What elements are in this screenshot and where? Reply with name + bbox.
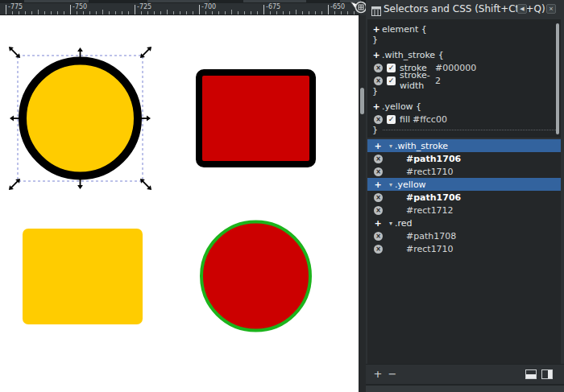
chevron-down-icon[interactable]: ▾: [387, 220, 395, 227]
yellow-circle-shape[interactable]: [23, 61, 138, 176]
scale-handle-nw[interactable]: [7, 45, 23, 60]
scale-handle-ne[interactable]: [139, 45, 154, 60]
dialog-header[interactable]: Selectors and CSS (Shift+Ctrl+Q) ◀ ×: [366, 0, 564, 18]
ruler-minor-tick: [109, 11, 110, 14]
add-to-selector-button[interactable]: +: [374, 179, 382, 190]
tree-group-yellow[interactable]: + ▾ .yellow: [367, 178, 561, 191]
drawing-canvas[interactable]: [0, 15, 359, 392]
ruler-label: -650: [330, 3, 345, 10]
ruler-label: -775: [8, 3, 23, 10]
remove-item-icon[interactable]: ×: [374, 193, 383, 202]
property-enabled-checkbox[interactable]: ✓: [387, 115, 396, 124]
ruler-minor-tick: [347, 11, 348, 14]
ruler-label: -700: [201, 3, 216, 10]
property-name[interactable]: fill: [400, 114, 413, 125]
css-property-row-stroke[interactable]: × ✓ stroke #000000: [367, 62, 561, 73]
delete-property-icon[interactable]: ×: [374, 64, 383, 72]
selector-label: .red: [395, 218, 413, 229]
ruler-minor-tick: [251, 11, 251, 14]
tree-group-red[interactable]: + ▾ .red: [367, 217, 561, 229]
delete-property-icon[interactable]: ×: [374, 115, 383, 124]
vertical-split-icon[interactable]: [541, 369, 553, 379]
remove-item-icon[interactable]: ×: [374, 167, 383, 176]
chevron-down-icon[interactable]: ▾: [387, 181, 395, 188]
css-style-editor: + element { } + .with_stroke { × ✓ strok…: [367, 19, 561, 138]
remove-item-icon[interactable]: ×: [374, 206, 383, 215]
ruler-minor-tick: [167, 10, 168, 14]
property-enabled-checkbox[interactable]: ✓: [387, 76, 396, 85]
property-name[interactable]: stroke-width: [400, 70, 435, 91]
tree-item-path1708[interactable]: × #path1708: [367, 229, 561, 242]
ruler-minor-tick: [77, 11, 77, 14]
add-selector-button[interactable]: +: [372, 368, 384, 381]
canvas-vertical-scrollbar[interactable]: [359, 15, 366, 392]
remove-item-icon[interactable]: ×: [374, 245, 383, 254]
object-id-label: #path1706: [406, 192, 461, 203]
horizontal-ruler[interactable]: -775-750-725-700-675-650: [0, 3, 360, 15]
add-property-button[interactable]: +: [372, 24, 380, 35]
tree-item-rect1712[interactable]: × #rect1712: [367, 204, 561, 217]
add-property-button[interactable]: +: [372, 50, 380, 60]
tree-item-path1706[interactable]: × #path1706: [367, 152, 561, 165]
canvas-area: -775-750-725-700-675-650: [0, 0, 366, 392]
css-property-row-fill[interactable]: × ✓ fill #ffcc00: [367, 113, 561, 125]
chevron-down-icon[interactable]: ▾: [387, 142, 395, 150]
scrollbar-thumb[interactable]: [360, 88, 364, 114]
horizontal-split-icon[interactable]: [525, 369, 537, 379]
tree-item-rect1710[interactable]: × #rect1710: [367, 242, 561, 255]
toolbar-edge-segment: [147, 0, 209, 2]
add-to-selector-button[interactable]: +: [374, 141, 382, 151]
remove-selector-button[interactable]: −: [387, 368, 398, 381]
ruler-major-tick: [328, 5, 329, 14]
close-brace: }: [372, 86, 378, 97]
add-to-selector-button[interactable]: +: [374, 218, 382, 229]
close-dialog-button[interactable]: ×: [546, 4, 556, 14]
ruler-major-tick: [70, 5, 71, 14]
ruler-minor-tick: [283, 11, 284, 14]
remove-item-icon[interactable]: ×: [374, 232, 383, 241]
ruler-minor-tick: [173, 11, 174, 14]
scale-handle-se[interactable]: [139, 177, 154, 192]
ruler-minor-tick: [25, 11, 26, 14]
property-enabled-checkbox[interactable]: ✓: [387, 64, 396, 72]
css-block-element-open[interactable]: + element {: [367, 23, 561, 35]
property-value[interactable]: #000000: [435, 63, 476, 73]
ruler-minor-tick: [122, 11, 122, 14]
ruler-major-tick: [263, 5, 264, 14]
tree-group-with-stroke[interactable]: + ▾ .with_stroke: [367, 139, 561, 152]
ruler-minor-tick: [296, 10, 297, 14]
tree-item-rect1710[interactable]: × #rect1710: [367, 165, 561, 178]
ruler-minor-tick: [193, 11, 193, 14]
object-id-label: #rect1710: [406, 167, 454, 177]
scale-handle-sw[interactable]: [7, 177, 23, 192]
ruler-minor-tick: [244, 11, 245, 14]
editor-scrollbar-thumb[interactable]: [556, 23, 559, 134]
object-id-label: #path1708: [406, 231, 456, 241]
selector-label: .yellow: [395, 179, 426, 190]
css-block-element-close: }: [367, 35, 561, 44]
ruler-minor-tick: [51, 11, 52, 14]
yellow-rect-shape[interactable]: [23, 229, 143, 324]
css-block-yellow-close: }: [367, 125, 561, 134]
selectors-css-dialog: Selectors and CSS (Shift+Ctrl+Q) ◀ × + e…: [366, 0, 564, 392]
delete-property-icon[interactable]: ×: [374, 76, 383, 85]
property-value[interactable]: 2: [435, 76, 441, 86]
ruler-ticks: -775-750-725-700-675-650: [0, 3, 360, 14]
remove-item-icon[interactable]: ×: [374, 155, 383, 163]
ruler-minor-tick: [309, 11, 309, 14]
tree-item-path1706[interactable]: × #path1706: [367, 191, 561, 204]
red-circle-shape[interactable]: [201, 222, 310, 331]
dialog-icon: [371, 4, 381, 14]
tree-toolbar: + −: [366, 364, 564, 385]
css-block-with-stroke-close: }: [367, 86, 561, 96]
css-property-row-stroke-width[interactable]: × ✓ stroke-width 2: [367, 75, 561, 86]
dock-button[interactable]: ◀: [517, 4, 527, 14]
ruler-minor-tick: [31, 11, 32, 14]
pane-separator[interactable]: [383, 130, 558, 130]
red-rect-shape[interactable]: [199, 72, 313, 164]
ruler-minor-tick: [115, 11, 116, 14]
css-block-with-stroke-open[interactable]: + .with_stroke {: [367, 49, 561, 60]
property-value[interactable]: #ffcc00: [413, 114, 447, 125]
css-block-yellow-open[interactable]: + .yellow {: [367, 101, 561, 112]
add-property-button[interactable]: +: [372, 101, 380, 112]
